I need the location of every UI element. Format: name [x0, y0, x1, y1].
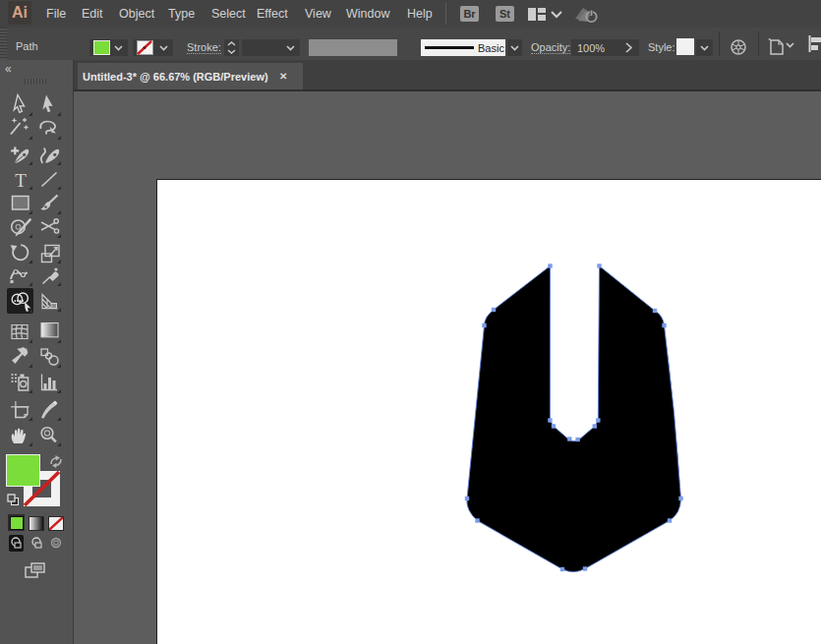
- svg-text:T: T: [15, 170, 27, 191]
